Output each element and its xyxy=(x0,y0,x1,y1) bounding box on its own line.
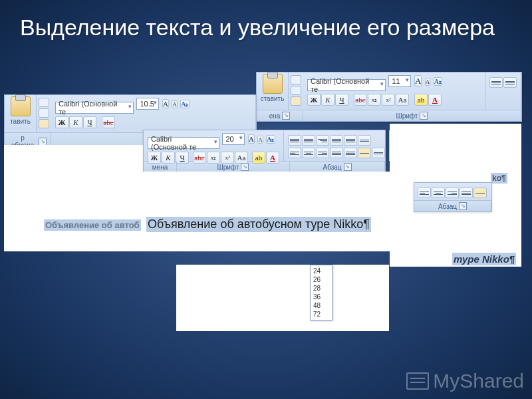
italic-button[interactable]: К xyxy=(321,94,334,106)
slide-title: Выделение текста и увеличение его размер… xyxy=(0,0,532,47)
underline-button[interactable]: Ч xyxy=(83,116,96,128)
numbering-button[interactable] xyxy=(302,135,315,146)
copy-icon[interactable] xyxy=(291,86,301,95)
multilevel-button[interactable] xyxy=(316,135,329,146)
strike-button[interactable]: abc xyxy=(102,116,115,128)
shrink-font-button[interactable]: A xyxy=(257,136,263,144)
font-size-combo[interactable]: 10.5 xyxy=(136,98,159,110)
selected-text-frag-bottom: туре Nikko¶ xyxy=(452,253,516,265)
size-option[interactable]: 28 xyxy=(311,284,332,293)
bullets-button[interactable] xyxy=(489,77,503,88)
change-case-button[interactable]: Aa xyxy=(396,94,409,106)
font-name-combo[interactable]: Calibri (Основной те xyxy=(55,102,134,114)
align-center-button[interactable] xyxy=(302,148,315,158)
grow-font-button[interactable]: A xyxy=(248,134,255,144)
selected-text-main[interactable]: Объявление об автобусном туре Nikko¶ xyxy=(146,217,371,232)
size-option[interactable]: 48 xyxy=(311,301,332,310)
subscript-button[interactable]: x₂ xyxy=(368,94,381,106)
paste-icon[interactable] xyxy=(11,96,31,116)
size-option[interactable]: 24 xyxy=(311,267,332,275)
ribbon-snippet-front: Calibri (Основной те 20 A A A₂ Ж К Ч abc… xyxy=(143,130,386,173)
bold-button[interactable]: Ж xyxy=(307,94,321,106)
selected-text-frag-top: ko¶ xyxy=(491,173,507,184)
shading-button[interactable] xyxy=(358,148,371,158)
font-color-button[interactable]: A xyxy=(428,94,442,106)
clear-format-button[interactable]: A₂ xyxy=(180,100,189,108)
document-area-bottom xyxy=(176,265,389,331)
selected-text-partial: Объявление об автоб xyxy=(44,219,141,231)
italic-button[interactable]: К xyxy=(69,116,82,128)
grow-font-button[interactable]: A xyxy=(414,75,422,86)
justify-button[interactable] xyxy=(330,148,343,158)
paste-label: тавить xyxy=(10,118,31,125)
superscript-button[interactable]: x² xyxy=(382,94,395,106)
dialog-launcher-icon[interactable]: ↘ xyxy=(282,112,290,120)
font-name-combo[interactable]: Calibri (Основной те xyxy=(307,79,386,91)
strike-button[interactable]: abc xyxy=(354,94,367,106)
dialog-launcher-icon[interactable]: ↘ xyxy=(420,112,428,120)
grow-font-button[interactable]: A xyxy=(162,99,169,108)
underline-button[interactable]: Ч xyxy=(335,94,348,106)
ribbon-snippet-para-small: Абзац ↘ xyxy=(414,182,492,212)
clipboard-group-label: ена ↘ xyxy=(257,110,303,121)
ribbon-snippet-back: ставить Calibri (Основной те 11 A A A₂ Ж… xyxy=(256,72,522,122)
format-painter-icon[interactable] xyxy=(39,119,49,128)
clear-format-button[interactable]: A₂ xyxy=(434,77,442,86)
watermark-icon xyxy=(406,372,429,390)
align-left-button[interactable] xyxy=(288,148,301,158)
cut-icon[interactable] xyxy=(39,98,49,107)
dialog-launcher-icon[interactable]: ↘ xyxy=(344,163,352,171)
size-option[interactable]: 72 xyxy=(311,310,332,319)
font-group-label: Шрифт ↘ xyxy=(177,162,290,172)
bullets-button[interactable] xyxy=(288,135,301,146)
clear-format-button[interactable]: A₂ xyxy=(266,135,275,144)
sort-button[interactable] xyxy=(358,135,371,146)
paste-label: ставить xyxy=(261,95,285,102)
font-name-combo[interactable]: Calibri (Основной те xyxy=(148,137,219,149)
dialog-launcher-icon[interactable]: ↘ xyxy=(241,163,249,171)
borders-button[interactable] xyxy=(372,148,385,158)
shrink-font-button[interactable]: A xyxy=(425,78,431,86)
numbering-button[interactable] xyxy=(503,77,517,88)
align-left-button[interactable] xyxy=(418,188,431,198)
font-size-dropdown[interactable]: 24 26 28 36 48 72 xyxy=(310,265,332,321)
align-center-button[interactable] xyxy=(432,188,445,198)
size-option[interactable]: 36 xyxy=(311,293,332,301)
paste-icon[interactable] xyxy=(263,74,283,94)
font-size-combo[interactable]: 20 xyxy=(222,133,245,145)
increase-indent-button[interactable] xyxy=(344,135,357,146)
para-group-label: Абзац ↘ xyxy=(290,162,385,172)
shading-button[interactable] xyxy=(473,188,487,198)
decrease-indent-button[interactable] xyxy=(330,135,343,146)
size-option[interactable]: 26 xyxy=(311,275,332,284)
format-painter-icon[interactable] xyxy=(291,96,301,106)
bold-button[interactable]: Ж xyxy=(55,116,68,128)
cut-icon[interactable] xyxy=(291,75,301,84)
para-group-label: Абзац ↘ xyxy=(414,201,491,211)
copy-icon[interactable] xyxy=(39,108,49,118)
highlight-button[interactable]: ab xyxy=(414,94,428,106)
align-right-button[interactable] xyxy=(316,148,329,158)
shrink-font-button[interactable]: A xyxy=(172,100,178,108)
font-size-combo[interactable]: 11 xyxy=(388,75,411,87)
clipbuf-label: мена xyxy=(144,162,177,172)
align-right-button[interactable] xyxy=(446,188,459,198)
justify-button[interactable] xyxy=(460,188,473,198)
font-group-label: Шрифт ↘ xyxy=(303,110,521,121)
dialog-launcher-icon[interactable]: ↘ xyxy=(459,202,467,210)
line-spacing-button[interactable] xyxy=(344,148,357,158)
watermark: MyShared xyxy=(406,370,524,392)
